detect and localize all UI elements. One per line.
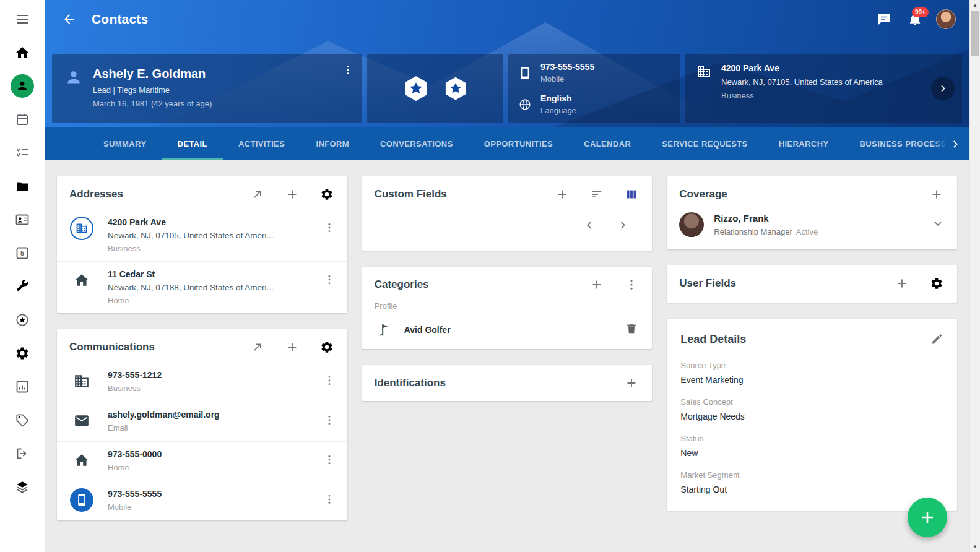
coverage-person-name: Rizzo, Frank xyxy=(714,213,818,223)
custom-fields-sort-button[interactable] xyxy=(590,188,604,201)
communication-item[interactable]: ashely.goldman@email.org Email xyxy=(57,402,347,441)
category-delete-button[interactable] xyxy=(625,322,638,338)
active-nav-indicator xyxy=(11,74,34,98)
contact-card-icon xyxy=(15,212,30,227)
tab-summary[interactable]: SUMMARY xyxy=(88,127,162,160)
coverage-expand-button[interactable] xyxy=(931,217,945,233)
communications-open-button[interactable] xyxy=(251,340,264,354)
field-label: Status xyxy=(680,434,943,443)
page-next-button[interactable] xyxy=(616,218,630,235)
exit-icon xyxy=(15,446,30,461)
custom-fields-add-button[interactable] xyxy=(555,188,569,201)
field-value: Event Marketing xyxy=(680,375,943,385)
nav-contact-card-button[interactable] xyxy=(0,203,45,236)
nav-contacts-button[interactable] xyxy=(0,69,45,103)
coverage-card: Coverage Rizzo, Frank Relationship Manag… xyxy=(667,176,957,249)
scroll-down-button[interactable]: ▼ xyxy=(970,541,980,552)
back-button[interactable] xyxy=(58,8,80,30)
back-arrow-icon xyxy=(62,12,77,27)
addresses-title: Addresses xyxy=(69,188,230,201)
tab-service-requests[interactable]: SERVICE REQUESTS xyxy=(646,127,763,160)
next-card-button[interactable] xyxy=(931,77,955,100)
coverage-add-button[interactable] xyxy=(930,188,943,201)
nav-menu-button[interactable] xyxy=(0,2,45,36)
award-badge-icon[interactable] xyxy=(443,75,469,101)
tabs-scroll-right-button[interactable] xyxy=(932,127,969,160)
lead-details-edit-button[interactable] xyxy=(930,332,943,346)
plus-icon xyxy=(895,277,909,290)
tab-detail[interactable]: DETAIL xyxy=(162,127,222,160)
page-previous-button[interactable] xyxy=(583,218,596,235)
custom-fields-columns-button[interactable] xyxy=(625,188,638,201)
communication-more-button[interactable] xyxy=(320,451,339,469)
chevron-down-icon xyxy=(931,217,945,230)
coverage-title: Coverage xyxy=(679,188,909,201)
communication-item[interactable]: 973-555-1212 Business xyxy=(57,363,347,402)
field-value: Starting Out xyxy=(680,485,943,494)
notifications-button[interactable]: 99+ xyxy=(903,7,927,32)
address-more-button[interactable] xyxy=(320,218,339,237)
column-right: Coverage Rizzo, Frank Relationship Manag… xyxy=(667,176,957,552)
coverage-person-row[interactable]: Rizzo, Frank Relationship ManagerActive xyxy=(667,210,957,249)
nav-exit-button[interactable] xyxy=(0,437,45,470)
address-item[interactable]: 4200 Park Ave Newark, NJ, 07105, United … xyxy=(57,210,347,261)
tab-activities[interactable]: ACTIVITIES xyxy=(223,127,301,160)
nav-tags-button[interactable] xyxy=(0,403,45,437)
scrollbar-thumb[interactable] xyxy=(971,11,979,56)
contact-role-line: Lead | Tiegs Maritime xyxy=(93,85,212,95)
tab-opportunities[interactable]: OPPORTUNITIES xyxy=(469,127,568,160)
nav-tasks-button[interactable] xyxy=(0,136,45,170)
plus-icon xyxy=(555,188,569,201)
user-menu-button[interactable] xyxy=(934,7,958,32)
contact-name: Ashely E. Goldman xyxy=(93,67,212,81)
award-badge-icon[interactable] xyxy=(402,74,430,103)
communication-item[interactable]: 973-555-5555 Mobile xyxy=(57,481,347,520)
tab-inform[interactable]: INFORM xyxy=(300,127,365,160)
open-in-icon xyxy=(251,188,264,201)
addresses-settings-button[interactable] xyxy=(320,188,334,201)
categories-more-button[interactable] xyxy=(625,278,638,291)
nav-queue-button[interactable] xyxy=(0,236,45,270)
open-in-icon xyxy=(251,340,264,354)
identifications-add-button[interactable] xyxy=(625,376,638,390)
address-line2: Newark, NJ, 07188, United States of Amer… xyxy=(108,283,320,292)
communication-item[interactable]: 973-555-0000 Home xyxy=(57,441,347,481)
tab-conversations[interactable]: CONVERSATIONS xyxy=(365,127,469,160)
user-fields-settings-button[interactable] xyxy=(930,277,943,290)
communication-more-button[interactable] xyxy=(320,490,339,509)
user-fields-add-button[interactable] xyxy=(895,277,909,290)
communications-settings-button[interactable] xyxy=(320,340,334,354)
communication-more-button[interactable] xyxy=(320,411,339,429)
communication-more-button[interactable] xyxy=(320,371,339,390)
home-icon xyxy=(69,448,94,473)
messages-button[interactable] xyxy=(872,7,896,32)
contact-birth-line: March 16, 1981 (42 years of age) xyxy=(93,99,212,108)
nav-home-button[interactable] xyxy=(0,36,45,69)
mobile-phone-icon xyxy=(70,488,93,512)
main-area: Contacts 99+ Ashely E. Goldman Lead | Ti… xyxy=(45,0,969,552)
field-label: Market Segment xyxy=(680,470,943,480)
column-left: Addresses 4200 Park Ave Newark, NJ, 0710… xyxy=(57,176,347,552)
communications-add-button[interactable] xyxy=(285,340,299,354)
nav-reports-button[interactable] xyxy=(0,370,45,403)
nav-folder-button[interactable] xyxy=(0,170,45,203)
category-item[interactable]: Avid Golfer xyxy=(362,317,653,349)
nav-settings-button[interactable] xyxy=(0,337,45,370)
add-record-fab[interactable] xyxy=(908,498,947,537)
tab-calendar[interactable]: CALENDAR xyxy=(568,127,646,160)
scroll-up-button[interactable]: ▲ xyxy=(970,0,980,11)
kebab-icon xyxy=(625,278,638,291)
profile-more-button[interactable] xyxy=(339,61,357,79)
address-more-button[interactable] xyxy=(320,270,339,289)
addresses-add-button[interactable] xyxy=(285,188,299,201)
nav-badge-button[interactable] xyxy=(0,303,45,337)
nav-calendar-button[interactable] xyxy=(0,103,45,136)
tab-hierarchy[interactable]: HIERARCHY xyxy=(763,127,844,160)
addresses-open-button[interactable] xyxy=(251,188,264,201)
top-app-bar: Contacts 99+ xyxy=(45,0,969,38)
categories-add-button[interactable] xyxy=(590,278,604,291)
lead-field: Sales Concept Mortgage Needs xyxy=(667,389,957,425)
address-item[interactable]: 11 Cedar St Newark, NJ, 07188, United St… xyxy=(57,261,347,313)
nav-tools-button[interactable] xyxy=(0,270,45,303)
nav-layers-button[interactable] xyxy=(0,470,45,504)
